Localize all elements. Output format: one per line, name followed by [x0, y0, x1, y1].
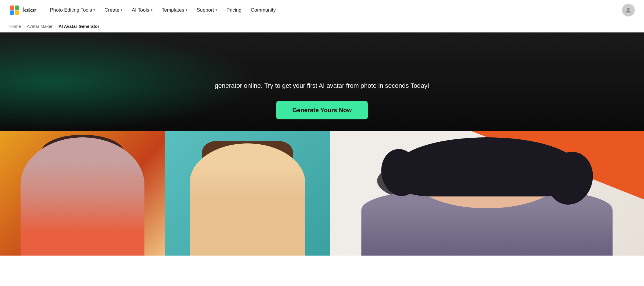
gallery-comic-avatar: [330, 131, 644, 256]
photo-2-figure: [190, 143, 305, 256]
nav-item-community[interactable]: Community: [247, 5, 280, 15]
photo-1-figure: [21, 137, 144, 256]
breadcrumb-separator-1: ›: [23, 24, 24, 28]
photo-2-image: [165, 131, 330, 256]
hero-subtitle: generator online. Try to get your first …: [209, 81, 435, 90]
chevron-down-icon: ▾: [93, 8, 95, 12]
nav-item-pricing[interactable]: Pricing: [222, 5, 246, 15]
gallery-photo-1: [0, 131, 165, 256]
gallery-photo-2: [165, 131, 330, 256]
breadcrumb-parent[interactable]: Avatar Maker: [27, 24, 53, 29]
logo-link[interactable]: fotor: [9, 5, 37, 15]
fotor-logo-icon: [9, 5, 20, 15]
navbar: fotor Photo Editing Tools ▾ Create ▾ AI …: [0, 0, 644, 20]
svg-rect-1: [10, 6, 14, 10]
svg-rect-2: [15, 6, 19, 10]
logo-text: fotor: [22, 6, 37, 14]
user-icon: [625, 7, 632, 14]
nav-menu: Photo Editing Tools ▾ Create ▾ AI Tools …: [46, 5, 622, 15]
gallery-photos-left: [0, 131, 330, 256]
chevron-down-icon: ▾: [216, 8, 217, 12]
chevron-down-icon: ▾: [151, 8, 153, 12]
breadcrumb-home[interactable]: Home: [9, 24, 21, 29]
nav-item-templates[interactable]: Templates ▾: [158, 5, 191, 15]
nav-item-photo-editing[interactable]: Photo Editing Tools ▾: [46, 5, 99, 15]
breadcrumb: Home › Avatar Maker › AI Avatar Generato…: [0, 20, 644, 32]
nav-right: [622, 4, 635, 17]
nav-item-ai-tools[interactable]: AI Tools ▾: [128, 5, 156, 15]
comic-figure: [361, 137, 612, 256]
svg-point-5: [627, 8, 629, 10]
chevron-down-icon: ▾: [121, 8, 122, 12]
nav-item-support[interactable]: Support ▾: [193, 5, 221, 15]
svg-rect-4: [15, 10, 19, 15]
hero-section: generator online. Try to get your first …: [0, 32, 644, 131]
svg-rect-3: [10, 10, 14, 15]
photo-1-image: [0, 131, 165, 256]
breadcrumb-separator-2: ›: [55, 24, 56, 28]
chevron-down-icon: ▾: [186, 8, 187, 12]
avatar-gallery: [0, 131, 644, 256]
nav-item-create[interactable]: Create ▾: [100, 5, 126, 15]
breadcrumb-current: AI Avatar Generator: [59, 24, 100, 29]
user-avatar-button[interactable]: [622, 4, 635, 17]
generate-cta-button[interactable]: Generate Yours Now: [276, 101, 368, 119]
